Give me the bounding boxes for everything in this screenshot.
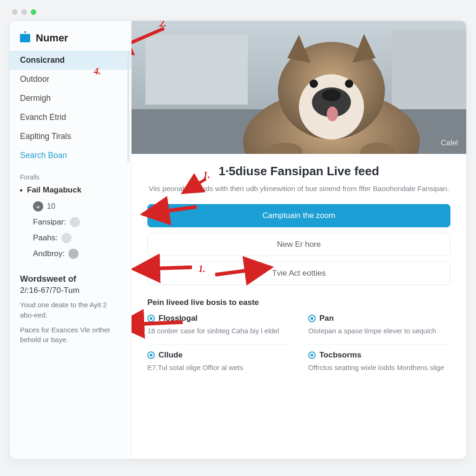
card-flosslogal[interactable]: Flosslogal 18 conber case for sinbteg Ca… xyxy=(147,314,290,336)
card-cllude[interactable]: Cllude E7.Tul sotal olige Offior al wets xyxy=(147,344,290,373)
section-heading: Pein liveed live bosis to easte xyxy=(147,298,450,307)
wordsweet-block: Wordsweet of 2/:16-67/70-Tum Youd one de… xyxy=(10,262,131,345)
button-stack: Camptuain the zoom New Er hore Tvie Act … xyxy=(147,204,450,285)
plus-icon[interactable]: + xyxy=(33,201,43,212)
card-body: Offrctus seatting wixle lodds Mordhens s… xyxy=(308,363,450,373)
svg-point-9 xyxy=(310,79,318,88)
page-title: 1·5diuse Fansipan Live feed xyxy=(147,164,450,178)
count-row-fansipar: Fansipar: xyxy=(33,214,131,230)
sidebar-item-search[interactable]: Search Boan xyxy=(10,146,131,165)
radio-icon xyxy=(308,351,316,359)
scrollbar[interactable] xyxy=(127,51,129,162)
dot-icon xyxy=(68,249,79,259)
activities-button[interactable]: Tvie Act eotties xyxy=(147,262,450,285)
annotation-1b: 1. xyxy=(198,264,205,274)
annotation-1: 1. xyxy=(203,170,210,180)
sidebar-item-consicrand[interactable]: Consicrand xyxy=(10,51,131,70)
hero-illustration xyxy=(132,21,466,154)
radio-icon xyxy=(147,315,155,322)
svg-rect-1 xyxy=(145,35,248,105)
count-row-plus[interactable]: + 10 xyxy=(33,198,131,214)
card-body: E7.Tul sotal olige Offior al wets xyxy=(147,363,290,373)
card-title: Flosslogal xyxy=(159,314,198,323)
bullet-icon xyxy=(20,189,22,192)
wordsweet-code: 2/:16-67/70-Tum xyxy=(20,286,121,295)
hero-caption: Calel xyxy=(441,139,458,147)
sidebar-nav: Consicrand Outdoor Dermigh Evanch Etrid … xyxy=(10,51,131,165)
traffic-close-icon[interactable] xyxy=(12,9,18,15)
count-label: Paahs: xyxy=(33,233,58,243)
card-body: Oistepan a spase timpe elever to sequich xyxy=(308,326,450,336)
count-row-paahs: Paahs: xyxy=(33,230,131,246)
page-subtitle: Viis peonables ands with theri udb ylime… xyxy=(147,183,450,194)
card-tocbsorms[interactable]: Tocbsorms Offrctus seatting wixle lodds … xyxy=(308,344,450,373)
main-panel: Calel 1·5diuse Fansipan Live feed Viis p… xyxy=(132,21,466,459)
card-pan[interactable]: Pan Oistepan a spase timpe elever to seq… xyxy=(308,314,450,336)
card-body: 18 conber case for sinbteg Caha biy l el… xyxy=(147,326,290,336)
sidebar: Numer Consicrand Outdoor Dermigh Evanch … xyxy=(10,21,132,459)
forall-sublist: + 10 Fansipar: Paahs: Andbroy: xyxy=(10,197,131,262)
traffic-zoom-icon[interactable] xyxy=(31,9,36,15)
sidebar-item-outdoor[interactable]: Outdoor xyxy=(10,70,131,89)
count-label: Andbroy: xyxy=(33,249,65,258)
wordsweet-heading: Wordsweet of xyxy=(20,274,121,284)
count-value: 10 xyxy=(47,202,55,211)
brand-icon xyxy=(20,34,30,42)
count-row-andbroy: Andbroy: xyxy=(33,246,131,262)
app-window: Numer Consicrand Outdoor Dermigh Evanch … xyxy=(9,20,467,459)
hero-image: Calel xyxy=(132,21,466,154)
annotation-4: 4. xyxy=(94,66,101,77)
annotation-2: 2. xyxy=(159,20,166,29)
brand: Numer xyxy=(10,29,131,51)
wordsweet-p1: Youd one deate to the Ayit 2 abo-eed. xyxy=(20,300,121,320)
svg-point-8 xyxy=(322,89,341,101)
content: 1·5diuse Fansipan Live feed Viis peonabl… xyxy=(132,154,466,373)
svg-rect-2 xyxy=(392,30,466,109)
window-traffic-lights xyxy=(9,9,467,20)
forall-item[interactable]: Fail Magabuck xyxy=(10,184,131,197)
sidebar-item-dermigh[interactable]: Dermigh xyxy=(10,89,131,108)
radio-icon xyxy=(147,351,155,359)
brand-title: Numer xyxy=(36,32,68,44)
radio-icon xyxy=(308,315,316,322)
svg-point-10 xyxy=(345,79,353,88)
annotation-4b: 4. xyxy=(258,263,265,273)
feature-cards: Flosslogal 18 conber case for sinbteg Ca… xyxy=(147,314,450,373)
sidebar-item-eaplting[interactable]: Eaplting Tirals xyxy=(10,127,131,146)
wordsweet-p2: Paces for Exances Vle orther behold ur b… xyxy=(20,325,121,345)
card-title: Tocbsorms xyxy=(319,350,361,360)
foralls-label: Foralls xyxy=(10,165,131,184)
count-label: Fansipar: xyxy=(33,218,66,227)
traffic-minimize-icon[interactable] xyxy=(21,9,27,15)
dot-icon xyxy=(61,233,72,243)
svg-point-11 xyxy=(327,106,338,121)
card-title: Cllude xyxy=(159,350,183,360)
forall-title: Fail Magabuck xyxy=(27,185,81,195)
zoom-button[interactable]: Camptuain the zoom xyxy=(147,204,450,227)
dot-icon xyxy=(70,217,80,227)
new-button[interactable]: New Er hore xyxy=(147,233,450,256)
card-title: Pan xyxy=(319,314,334,323)
sidebar-item-evanch[interactable]: Evanch Etrid xyxy=(10,108,131,127)
